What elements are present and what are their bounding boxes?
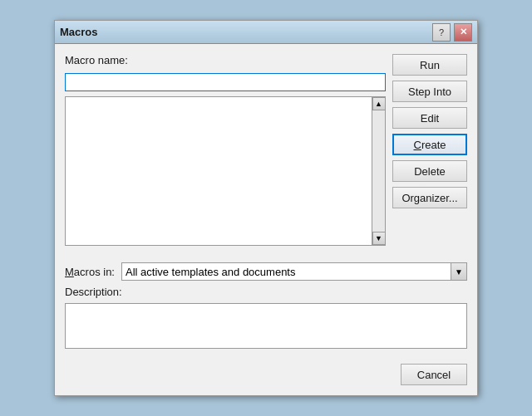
step-into-label: Step Into <box>408 86 451 98</box>
scrollbar: ▲ ▼ <box>372 97 385 245</box>
macros-in-row: Macros in: All active templates and docu… <box>65 262 467 281</box>
delete-label: Delete <box>414 165 446 178</box>
title-bar-buttons: ? ✕ <box>432 23 472 42</box>
macros-in-select[interactable]: All active templates and documents Norma… <box>121 262 467 281</box>
create-button[interactable]: CCreatereate <box>392 134 467 155</box>
bottom-section: Macros in: All active templates and docu… <box>55 256 477 359</box>
macros-dialog: Macros ? ✕ Macro name: ▲ ▼ Run <box>54 20 478 396</box>
edit-button[interactable]: Edit <box>392 107 467 129</box>
run-button[interactable]: Run <box>392 54 467 76</box>
title-bar: Macros ? ✕ <box>55 21 477 44</box>
delete-button[interactable]: Delete <box>392 160 467 182</box>
macro-name-label: Macro name: <box>65 54 386 66</box>
dialog-title: Macros <box>60 26 98 38</box>
left-panel: Macro name: ▲ ▼ <box>65 54 386 246</box>
step-into-button[interactable]: Step Into <box>392 81 467 102</box>
right-panel: Run Step Into Edit CCreatereate Delete O… <box>392 54 467 246</box>
edit-label: Edit <box>421 112 439 125</box>
close-button[interactable]: ✕ <box>454 23 472 42</box>
scroll-down-arrow[interactable]: ▼ <box>372 232 386 245</box>
dialog-footer: Cancel <box>55 359 477 395</box>
create-label: CCreatereate <box>413 139 446 151</box>
macro-list: ▲ ▼ <box>65 96 386 246</box>
scrollbar-track[interactable] <box>372 110 385 232</box>
description-box[interactable] <box>65 303 467 349</box>
macros-in-select-wrapper: All active templates and documents Norma… <box>121 262 467 281</box>
dialog-body: Macro name: ▲ ▼ Run Step Into Edit <box>55 44 477 256</box>
scroll-up-arrow[interactable]: ▲ <box>372 97 386 110</box>
run-label: Run <box>420 59 440 71</box>
organizer-label: Organizer... <box>401 192 457 204</box>
cancel-button[interactable]: Cancel <box>401 364 467 385</box>
help-button[interactable]: ? <box>432 23 451 42</box>
description-label: Description: <box>65 286 467 298</box>
organizer-button[interactable]: Organizer... <box>392 187 467 208</box>
cancel-label: Cancel <box>417 369 451 381</box>
macro-name-input[interactable] <box>65 73 386 91</box>
macros-in-label: Macros in: <box>65 266 115 278</box>
